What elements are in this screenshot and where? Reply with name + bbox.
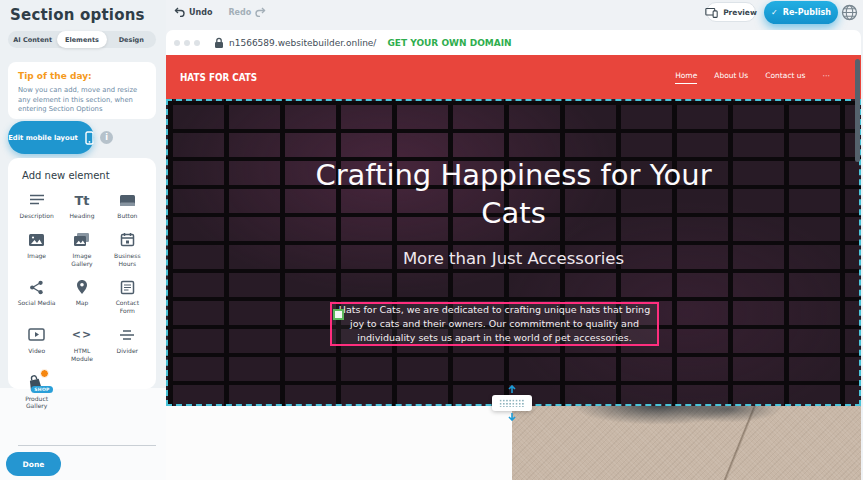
devices-icon: [705, 7, 718, 18]
product-gallery-icon: SHOP: [28, 374, 46, 392]
redo-label: Redo: [228, 8, 251, 17]
lock-icon: [214, 37, 224, 49]
element-description[interactable]: Description: [14, 191, 59, 220]
business-hours-icon: [118, 231, 136, 249]
add-element-title: Add new element: [14, 170, 150, 181]
tip-of-the-day-card: Tip of the day: Now you can add, move an…: [8, 62, 156, 119]
site-nav: Home About Us Contact us ⋯: [675, 71, 831, 84]
browser-chrome: n1566589.websitebuilder.online/ GET YOUR…: [166, 30, 861, 55]
republish-label: Re-Publish: [783, 8, 831, 17]
mobile-phone-icon: [85, 131, 94, 145]
panel-title: Section options: [10, 6, 145, 24]
hero-paragraph[interactable]: Hats for Cats, we are dedicated to craft…: [338, 303, 651, 344]
drag-dots-icon: [499, 399, 525, 407]
undo-label: Undo: [189, 8, 212, 17]
sidebar-divider: [18, 445, 156, 446]
republish-button[interactable]: ✓ Re-Publish: [764, 1, 838, 24]
element-image-gallery[interactable]: Image Gallery: [59, 231, 104, 268]
done-button[interactable]: Done: [6, 452, 61, 476]
hero-paragraph-selection-box[interactable]: Hats for Cats, we are dedicated to craft…: [330, 302, 659, 346]
element-business-hours[interactable]: Business Hours: [105, 231, 150, 268]
address-url: n1566589.websitebuilder.online/: [229, 38, 376, 48]
sidebar-tabs: AI Content Elements Design: [8, 31, 156, 48]
button-icon: [118, 191, 136, 209]
next-section-image: [512, 406, 861, 480]
element-map[interactable]: Map: [59, 278, 104, 315]
check-icon: ✓: [771, 8, 778, 17]
element-contact-form[interactable]: Contact Form: [105, 278, 150, 315]
text-lines-icon: [28, 191, 46, 209]
site-header: HATS FOR CATS Home About Us Contact us ⋯: [166, 55, 861, 99]
element-video[interactable]: Video: [14, 326, 59, 363]
resize-arrow-up-icon: [508, 385, 517, 394]
element-social-media[interactable]: Social Media: [14, 278, 59, 315]
selection-handle[interactable]: [333, 309, 344, 320]
premium-badge-icon: [40, 369, 49, 378]
get-own-domain-link[interactable]: GET YOUR OWN DOMAIN: [387, 38, 511, 48]
add-element-panel: Add new element Description Tt Heading: [8, 158, 156, 389]
undo-icon: [174, 7, 185, 17]
redo-button[interactable]: Redo: [228, 7, 266, 17]
preview-label: Preview: [723, 8, 757, 17]
shop-badge: SHOP: [31, 386, 52, 393]
site-preview-viewport: HATS FOR CATS Home About Us Contact us ⋯…: [166, 55, 861, 480]
redo-icon: [255, 7, 266, 17]
tab-design[interactable]: Design: [107, 31, 156, 48]
element-product-gallery[interactable]: SHOP Product Gallery: [14, 374, 59, 411]
edit-mobile-layout-button[interactable]: Edit mobile layout: [8, 121, 94, 154]
element-divider[interactable]: Divider: [105, 326, 150, 363]
element-heading[interactable]: Tt Heading: [59, 191, 104, 220]
social-media-icon: [28, 278, 46, 296]
image-gallery-icon: [73, 231, 91, 249]
preview-button[interactable]: Preview: [706, 2, 756, 22]
language-globe-icon[interactable]: [841, 4, 858, 21]
nav-item-contact[interactable]: Contact us: [765, 71, 805, 83]
element-html-module[interactable]: <> HTML Module: [59, 326, 104, 363]
browser-window-dots: [174, 40, 200, 46]
next-section-blank: [166, 406, 512, 480]
edit-mobile-label: Edit mobile layout: [8, 134, 78, 142]
builder-sidebar: Section options AI Content Elements Desi…: [0, 0, 166, 480]
preview-scrollbar-thumb[interactable]: [855, 59, 860, 162]
tab-ai-content[interactable]: AI Content: [8, 31, 57, 48]
element-grid: Description Tt Heading Button Ima: [14, 191, 150, 410]
site-logo[interactable]: HATS FOR CATS: [180, 71, 257, 84]
contact-form-icon: [118, 278, 136, 296]
nav-item-home[interactable]: Home: [675, 71, 697, 84]
hero-section-selected[interactable]: Crafting Happiness for Your Cats More th…: [166, 99, 861, 406]
html-module-icon: <>: [73, 326, 91, 344]
image-icon: [28, 231, 46, 249]
nav-more-icon[interactable]: ⋯: [823, 71, 832, 83]
resize-arrow-down-icon: [508, 412, 517, 421]
hero-title[interactable]: Crafting Happiness for Your Cats: [299, 157, 729, 232]
app-window: Undo Redo Preview ✓ Re-Publish: [0, 0, 863, 480]
undo-button[interactable]: Undo: [174, 7, 212, 17]
tip-title: Tip of the day:: [18, 71, 146, 81]
nav-item-about[interactable]: About Us: [714, 71, 748, 83]
divider-icon: [118, 326, 136, 344]
heading-icon: Tt: [73, 191, 91, 209]
tab-elements[interactable]: Elements: [57, 31, 106, 48]
element-image[interactable]: Image: [14, 231, 59, 268]
section-resize-handle[interactable]: [492, 395, 532, 411]
hero-subtitle[interactable]: More than Just Accessories: [168, 249, 859, 268]
video-icon: [28, 326, 46, 344]
element-button[interactable]: Button: [105, 191, 150, 220]
tip-body: Now you can add, move and resize any ele…: [18, 86, 146, 115]
info-icon[interactable]: i: [100, 131, 113, 144]
map-pin-icon: [73, 278, 91, 296]
